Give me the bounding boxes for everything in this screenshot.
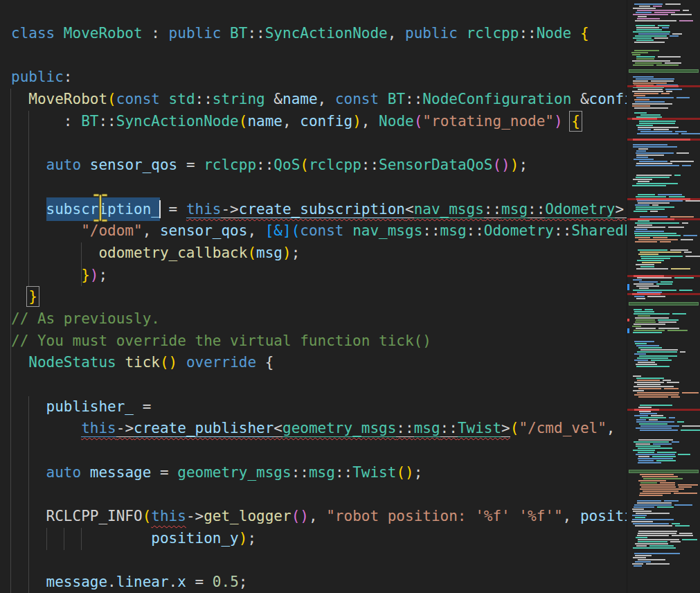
minimap-line (682, 425, 700, 427)
code-token: -> (116, 420, 134, 437)
minimap-line (632, 60, 670, 62)
code-token: this (151, 508, 186, 524)
minimap-line (681, 133, 700, 134)
minimap-line (638, 462, 661, 463)
minimap-line (636, 443, 650, 445)
minimap-line (636, 150, 646, 152)
minimap-line (639, 287, 649, 289)
minimap-line (639, 355, 677, 357)
minimap-line (638, 531, 677, 532)
minimap-line (656, 460, 676, 461)
minimap-line (638, 129, 651, 130)
code-area[interactable]: class MoveRobot : public BT::SyncActionN… (0, 0, 627, 593)
minimap-line (633, 557, 646, 558)
minimap-line (634, 360, 648, 361)
code-token (81, 464, 90, 481)
code-line (11, 550, 627, 572)
minimap-line (636, 27, 659, 28)
minimap-line (665, 3, 681, 5)
minimap-line (635, 317, 669, 319)
minimap-line (636, 163, 672, 164)
minimap-line (642, 476, 678, 477)
minimap-line (633, 390, 644, 391)
minimap-line (638, 448, 672, 449)
minimap-line (636, 268, 668, 269)
minimap-line (633, 511, 652, 512)
code-token: ( (510, 420, 519, 436)
minimap-line (633, 179, 652, 180)
code-token: :: (467, 222, 484, 239)
code-token: const (116, 91, 169, 107)
minimap-line (636, 298, 645, 299)
code-token: SyncActionNode (265, 25, 388, 42)
minimap-line (638, 452, 654, 453)
minimap-line (635, 62, 662, 64)
minimap-line (637, 133, 679, 134)
minimap-line (636, 427, 672, 429)
minimap-line (632, 103, 672, 105)
minimap-line (632, 519, 674, 520)
code-token: Odometry (484, 222, 554, 239)
code-token: :: (247, 25, 264, 42)
minimap-line (638, 458, 673, 459)
minimap-line (664, 388, 679, 389)
code-token: Odometry (545, 201, 615, 218)
minimap-line (633, 144, 667, 145)
minimap-line (633, 64, 654, 66)
minimap-line (656, 64, 679, 66)
minimap-line (640, 405, 672, 406)
code-token: , (247, 222, 264, 239)
minimap-line (632, 508, 644, 510)
minimap-line (634, 341, 654, 342)
minimap-line (633, 80, 648, 82)
code-token: public (169, 25, 231, 42)
minimap-line (638, 388, 661, 389)
code-token: () (291, 508, 309, 524)
minimap-line (654, 12, 675, 13)
code-token: = (186, 574, 213, 590)
code-token: Twist (458, 420, 501, 437)
code-token: msg (256, 245, 282, 261)
minimap-line (682, 539, 697, 540)
minimap-line (640, 114, 661, 116)
minimap-line (636, 345, 659, 346)
code-token: QoS (273, 157, 300, 173)
code-token: nav_msgs (414, 201, 484, 218)
minimap-line (679, 290, 692, 291)
code-line: MoveRobot(const std::string &name, const… (11, 89, 627, 111)
code-token: Twist (352, 464, 396, 481)
code-token: class (11, 25, 64, 42)
code-token (177, 354, 186, 371)
code-token: geometry_msgs (177, 464, 291, 481)
minimap-line (639, 495, 663, 496)
code-token: = (177, 157, 204, 173)
minimap-line (637, 535, 669, 536)
minimap-line (638, 148, 648, 150)
code-token: :: (554, 222, 571, 239)
code-token: SensorDataQoS (379, 157, 492, 173)
code-token: public (11, 69, 64, 85)
minimap-line (634, 107, 668, 109)
code-token: :: (256, 157, 273, 173)
minimap-line (668, 227, 684, 228)
code-token: : (11, 113, 81, 130)
minimap-line (634, 504, 672, 506)
code-token (11, 420, 81, 436)
minimap-line (640, 266, 654, 267)
minimap-line (667, 382, 679, 383)
minimap[interactable] (627, 0, 700, 593)
minimap-line (638, 396, 668, 398)
minimap-line (652, 204, 658, 206)
minimap-line (634, 159, 654, 160)
minimap-line (638, 239, 678, 240)
minimap-line (633, 290, 676, 291)
minimap-line (638, 254, 658, 255)
minimap-separator (629, 69, 699, 73)
minimap-line (636, 165, 679, 166)
minimap-line (634, 233, 676, 234)
minimap-line (681, 430, 700, 431)
minimap-line (647, 296, 665, 297)
code-token: -> (186, 508, 204, 524)
minimap-line (638, 480, 666, 481)
code-token: SharedPtr (571, 222, 627, 239)
